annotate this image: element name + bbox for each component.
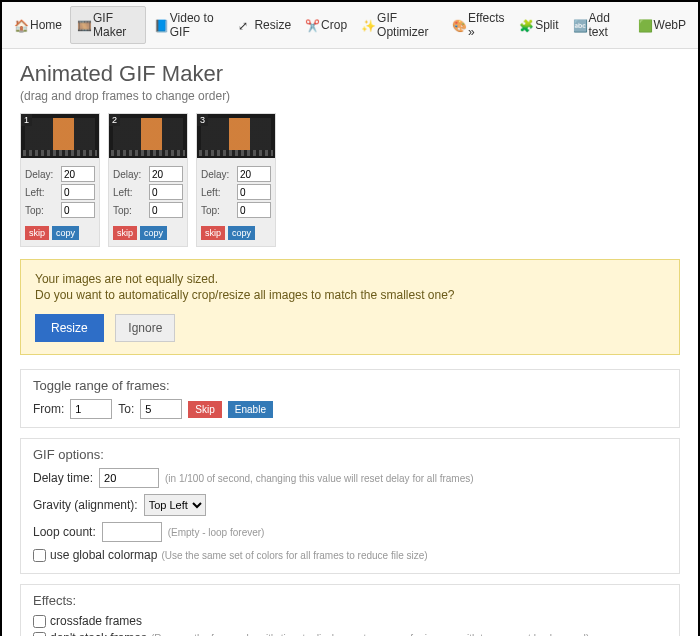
nav-add-text[interactable]: 🔤Add text [567, 6, 630, 44]
frame-delay-input[interactable] [149, 166, 183, 182]
frame-card[interactable]: 3 Delay: Left: Top: skip copy [196, 113, 276, 247]
frame-thumbnail[interactable] [109, 114, 187, 158]
nav-split[interactable]: 🧩Split [513, 6, 564, 44]
toggle-range-title: Toggle range of frames: [33, 378, 667, 393]
video-icon: 📘 [154, 19, 166, 31]
notice-line-2: Do you want to automatically crop/resize… [35, 288, 665, 302]
notice-line-1: Your images are not equally sized. [35, 272, 665, 286]
global-colormap-checkbox[interactable] [33, 549, 46, 562]
effects-icon: 🎨 [452, 19, 464, 31]
nav-crop[interactable]: ✂️Crop [299, 6, 353, 44]
frame-thumbnail[interactable] [197, 114, 275, 158]
frame-delay-input[interactable] [237, 166, 271, 182]
effects-panel: Effects: crossfade frames don't stack fr… [20, 584, 680, 636]
gif-options-title: GIF options: [33, 447, 667, 462]
effects-title: Effects: [33, 593, 667, 608]
content: Animated GIF Maker (drag and drop frames… [2, 49, 698, 636]
webp-icon: 🟩 [638, 19, 650, 31]
dont-stack-checkbox[interactable] [33, 632, 46, 637]
nav-home[interactable]: 🏠Home [8, 6, 68, 44]
frame-fields: Delay: Left: Top: [109, 158, 187, 226]
frame-left-input[interactable] [237, 184, 271, 200]
frame-fields: Delay: Left: Top: [21, 158, 99, 226]
frame-thumbnail[interactable] [21, 114, 99, 158]
resize-notice: Your images are not equally sized. Do yo… [20, 259, 680, 355]
home-icon: 🏠 [14, 19, 26, 31]
resize-icon: ⤢ [238, 19, 250, 31]
frame-fields: Delay: Left: Top: [197, 158, 275, 226]
frame-delay-input[interactable] [61, 166, 95, 182]
text-icon: 🔤 [573, 19, 585, 31]
nav-gif-maker[interactable]: 🎞️GIF Maker [70, 6, 146, 44]
frame-card[interactable]: 2 Delay: Left: Top: skip copy [108, 113, 188, 247]
frame-top-input[interactable] [61, 202, 95, 218]
frame-copy-button[interactable]: copy [228, 226, 255, 240]
crossfade-checkbox[interactable] [33, 615, 46, 628]
notice-resize-button[interactable]: Resize [35, 314, 104, 342]
toggle-range-panel: Toggle range of frames: From: To: Skip E… [20, 369, 680, 428]
nav-optimizer[interactable]: ✨GIF Optimizer [355, 6, 444, 44]
delay-time-input[interactable] [99, 468, 159, 488]
frame-skip-button[interactable]: skip [25, 226, 49, 240]
page-subtitle: (drag and drop frames to change order) [20, 89, 680, 103]
nav-webp[interactable]: 🟩WebP [632, 6, 692, 44]
toggle-skip-button[interactable]: Skip [188, 401, 221, 418]
page-title: Animated GIF Maker [20, 61, 680, 87]
frame-skip-button[interactable]: skip [201, 226, 225, 240]
gif-options-panel: GIF options: Delay time: (in 1/100 of se… [20, 438, 680, 574]
frame-number: 2 [109, 114, 120, 126]
frame-copy-button[interactable]: copy [140, 226, 167, 240]
crop-icon: ✂️ [305, 19, 317, 31]
loop-count-input[interactable] [102, 522, 162, 542]
toggle-from-input[interactable] [70, 399, 112, 419]
frame-top-input[interactable] [237, 202, 271, 218]
frame-top-input[interactable] [149, 202, 183, 218]
frame-skip-button[interactable]: skip [113, 226, 137, 240]
frame-number: 3 [197, 114, 208, 126]
notice-ignore-button[interactable]: Ignore [115, 314, 175, 342]
toggle-enable-button[interactable]: Enable [228, 401, 273, 418]
top-nav: 🏠Home 🎞️GIF Maker 📘Video to GIF ⤢Resize … [2, 2, 698, 49]
frame-number: 1 [21, 114, 32, 126]
gravity-select[interactable]: Top Left [144, 494, 206, 516]
nav-effects[interactable]: 🎨Effects » [446, 6, 511, 44]
nav-video-to-gif[interactable]: 📘Video to GIF [148, 6, 231, 44]
frames-container: 1 Delay: Left: Top: skip copy 2 Delay: L… [20, 113, 680, 247]
frame-copy-button[interactable]: copy [52, 226, 79, 240]
frame-left-input[interactable] [149, 184, 183, 200]
gif-icon: 🎞️ [77, 19, 89, 31]
frame-card[interactable]: 1 Delay: Left: Top: skip copy [20, 113, 100, 247]
toggle-to-input[interactable] [140, 399, 182, 419]
nav-resize[interactable]: ⤢Resize [232, 6, 297, 44]
split-icon: 🧩 [519, 19, 531, 31]
frame-left-input[interactable] [61, 184, 95, 200]
optimize-icon: ✨ [361, 19, 373, 31]
